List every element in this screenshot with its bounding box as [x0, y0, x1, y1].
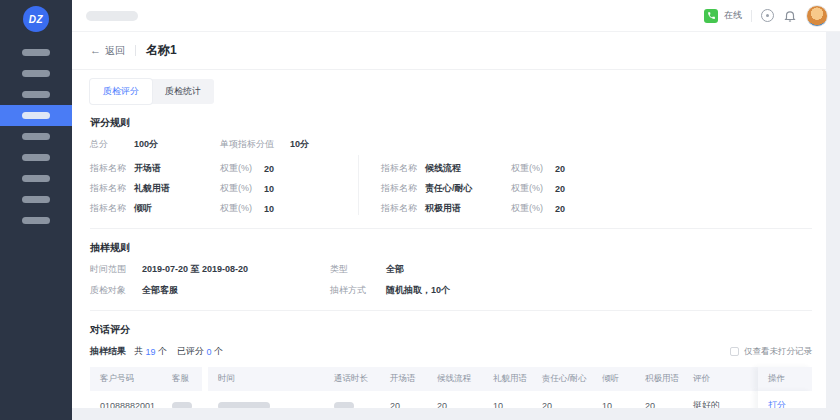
indicator-name-label: 指标名称 — [90, 202, 134, 215]
sidebar: DZ — [0, 0, 72, 420]
back-label: 返回 — [105, 44, 125, 58]
menu-placeholder — [22, 154, 50, 161]
sampling-rules-section: 抽样规则 时间范围 2019-07-20 至 2019-08-20 类型 全部 … — [90, 241, 812, 297]
method-label: 抽样方式 — [330, 284, 386, 297]
divider — [90, 310, 812, 311]
col-header: 候线流程 — [427, 367, 483, 391]
divider — [751, 10, 752, 22]
indicator-name-label: 指标名称 — [90, 162, 134, 175]
sidebar-item-active[interactable] — [0, 105, 72, 126]
section-title: 抽样规则 — [90, 241, 812, 255]
weight-label: 权重(%) — [220, 162, 264, 175]
back-arrow-icon: ← — [90, 45, 101, 56]
weight-value: 10 — [264, 184, 274, 194]
weight-label: 权重(%) — [220, 202, 264, 215]
divider — [135, 45, 136, 56]
col-header: 责任心/耐心 — [532, 367, 592, 391]
checkbox-icon[interactable] — [730, 347, 739, 356]
menu-placeholder — [22, 112, 50, 119]
weight-value: 20 — [264, 164, 274, 174]
indicator-column-right: 指标名称 候线流程 权重(%) 20 指标名称 责任心/耐心 权重(%) 20 … — [358, 155, 658, 215]
type-label: 类型 — [330, 263, 386, 276]
online-status-label: 在线 — [724, 9, 742, 22]
sidebar-item-2[interactable] — [0, 63, 72, 84]
score-cell: 20 — [532, 391, 592, 408]
col-header: 客户号码 — [90, 367, 162, 391]
indicator-name: 礼貌用语 — [134, 182, 220, 195]
weight-label: 权重(%) — [511, 202, 555, 215]
score-cell: 20 — [635, 391, 683, 408]
indicator-name-label: 指标名称 — [90, 182, 134, 195]
target-value: 全部客服 — [142, 284, 330, 297]
tab-quality-statistics[interactable]: 质检统计 — [152, 79, 214, 104]
score-cell: 10 — [483, 391, 532, 408]
scored-label: 已评分 — [177, 345, 204, 358]
scored-count: 0 — [207, 347, 212, 357]
help-icon[interactable] — [761, 9, 774, 22]
sidebar-item-5[interactable] — [0, 126, 72, 147]
table-header-row: 客户号码 客服 时间 通话时长 开场语 候线流程 礼貌用语 责任心/耐心 倾听 … — [90, 367, 812, 391]
menu-placeholder — [22, 133, 50, 140]
target-label: 质检对象 — [90, 284, 142, 297]
col-header: 积极用语 — [635, 367, 683, 391]
weight-label: 权重(%) — [511, 182, 555, 195]
menu-placeholder — [22, 49, 50, 56]
section-title: 对话评分 — [90, 323, 812, 337]
tab-bar: 质检评分 质检统计 — [90, 79, 214, 104]
filter-unscored-toggle[interactable]: 仅查看未打分记录 — [730, 346, 812, 358]
sidebar-item-1[interactable] — [0, 42, 72, 63]
user-avatar[interactable] — [806, 5, 828, 27]
time-range-label: 时间范围 — [90, 263, 142, 276]
score-cell: 20 — [380, 391, 427, 408]
indicator-name-label: 指标名称 — [381, 182, 425, 195]
time-range-value: 2019-07-20 至 2019-08-20 — [142, 263, 330, 276]
indicator-name-label: 指标名称 — [381, 202, 425, 215]
dialog-scoring-section: 对话评分 抽样结果 共 19 个 已评分 0 个 仅查看未打分记录 客户号码 — [90, 323, 812, 408]
table-row: 01088882001 20 20 10 20 10 20 挺好的 打分 — [90, 391, 812, 408]
weight-value: 20 — [555, 164, 565, 174]
indicator-name: 开场语 — [134, 162, 220, 175]
sidebar-item-3[interactable] — [0, 84, 72, 105]
indicator-column-left: 指标名称 开场语 权重(%) 20 指标名称 礼貌用语 权重(%) 10 指标名… — [90, 155, 358, 215]
sidebar-item-9[interactable] — [0, 210, 72, 231]
scoring-table: 客户号码 客服 时间 通话时长 开场语 候线流程 礼貌用语 责任心/耐心 倾听 … — [90, 367, 812, 408]
notifications-bell-icon[interactable] — [783, 9, 797, 23]
menu-placeholder — [22, 70, 50, 77]
sidebar-item-6[interactable] — [0, 147, 72, 168]
duration-cell — [324, 391, 380, 408]
menu-placeholder — [22, 175, 50, 182]
indicator-name: 积极用语 — [425, 202, 511, 215]
breadcrumb: ← 返回 名称1 — [90, 32, 812, 69]
col-header: 时间 — [208, 367, 324, 391]
weight-label: 权重(%) — [220, 182, 264, 195]
action-cell: 打分 — [758, 391, 812, 408]
indicator-name: 责任心/耐心 — [425, 182, 511, 195]
weight-value: 20 — [555, 184, 565, 194]
filter-label: 仅查看未打分记录 — [744, 346, 812, 358]
weight-label: 权重(%) — [511, 162, 555, 175]
col-header: 倾听 — [592, 367, 635, 391]
tab-quality-scoring[interactable]: 质检评分 — [90, 79, 152, 104]
sidebar-item-7[interactable] — [0, 168, 72, 189]
total-score-label: 总分 — [90, 138, 134, 151]
app-logo[interactable]: DZ — [23, 6, 49, 32]
score-button[interactable]: 打分 — [768, 399, 786, 408]
type-value: 全部 — [386, 263, 404, 276]
divider — [90, 228, 812, 229]
time-placeholder — [218, 402, 270, 409]
agent-placeholder — [172, 402, 192, 409]
result-label: 抽样结果 — [90, 345, 126, 358]
menu-placeholder — [22, 91, 50, 98]
sidebar-item-8[interactable] — [0, 189, 72, 210]
score-cell: 10 — [592, 391, 635, 408]
comment-cell: 挺好的 — [683, 391, 758, 408]
indicator-name: 倾听 — [134, 202, 220, 215]
phone-status-icon[interactable] — [704, 9, 718, 23]
col-header: 通话时长 — [324, 367, 380, 391]
menu-placeholder — [22, 217, 50, 224]
per-item-label: 单项指标分值 — [220, 138, 290, 151]
main-content: ← 返回 名称1 质检评分 质检统计 评分规则 总分 100分 单项指标分值 1… — [72, 32, 826, 408]
back-button[interactable]: ← 返回 — [90, 44, 125, 58]
customer-number: 01088882001 — [90, 391, 162, 408]
menu-placeholder — [22, 196, 50, 203]
